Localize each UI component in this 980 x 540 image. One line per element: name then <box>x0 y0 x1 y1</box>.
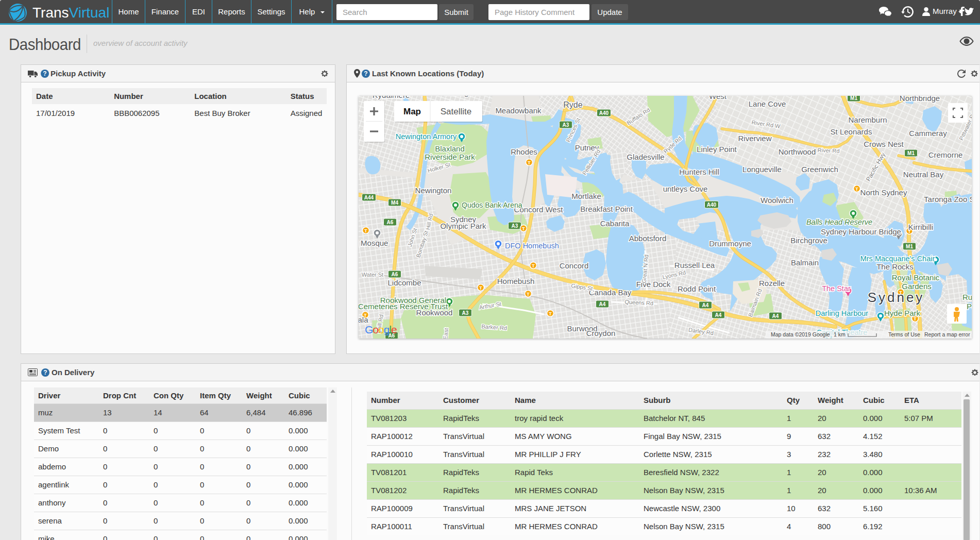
svg-text:Hyde Park: Hyde Park <box>884 309 921 317</box>
svg-text:Breakfast Point: Breakfast Point <box>580 205 633 213</box>
svg-text:Water St: Water St <box>362 272 383 278</box>
svg-text:T: T <box>528 160 531 165</box>
svg-text:The Rocks: The Rocks <box>876 262 914 271</box>
svg-text:Northwood: Northwood <box>779 147 816 156</box>
svg-text:Olympic Park: Olympic Park <box>440 222 486 230</box>
svg-text:M4: M4 <box>391 200 398 206</box>
svg-text:Rhodes: Rhodes <box>511 147 537 156</box>
svg-text:A3: A3 <box>462 310 469 316</box>
svg-text:Longueville: Longueville <box>742 165 782 174</box>
svg-text:Linley Point: Linley Point <box>697 145 737 154</box>
svg-text:Ryde: Ryde <box>563 100 582 109</box>
svg-text:Darling Harbour: Darling Harbour <box>816 309 869 317</box>
svg-text:Sydney Harbour Bridge: Sydney Harbour Bridge <box>821 227 901 236</box>
svg-text:1 km: 1 km <box>834 331 846 338</box>
svg-text:Kirribilli: Kirribilli <box>908 223 933 231</box>
svg-text:Pa: Pa <box>967 302 972 311</box>
svg-text:Croydon: Croydon <box>586 329 616 338</box>
svg-text:A44: A44 <box>364 195 374 200</box>
svg-text:Crows Nest: Crows Nest <box>864 140 904 148</box>
svg-text:T: T <box>479 285 482 291</box>
svg-text:Blaxland: Blaxland <box>435 144 465 153</box>
svg-text:T: T <box>364 228 367 233</box>
svg-text:St Leonards: St Leonards <box>831 127 872 136</box>
svg-text:A6: A6 <box>392 272 398 277</box>
svg-text:Rydalmere: Rydalmere <box>373 96 410 99</box>
svg-text:Gladesville: Gladesville <box>627 153 664 161</box>
svg-text:Abbotsford: Abbotsford <box>629 234 667 243</box>
svg-text:A6: A6 <box>387 220 394 225</box>
svg-text:T: T <box>522 226 525 231</box>
svg-text:Balls Head Reserve: Balls Head Reserve <box>806 218 872 226</box>
svg-text:Newington: Newington <box>415 186 452 195</box>
svg-text:Rodd Point: Rodd Point <box>678 284 716 293</box>
svg-text:Cabarita: Cabarita <box>600 219 630 228</box>
svg-text:Hunters Hill: Hunters Hill <box>679 167 719 176</box>
svg-text:Taronga Zoo Sy: Taronga Zoo Sy <box>924 195 972 204</box>
svg-text:Drummoyne: Drummoyne <box>709 239 751 248</box>
svg-text:Russell Lea: Russell Lea <box>674 261 715 269</box>
svg-text:Qudos Bank Arena: Qudos Bank Arena <box>462 201 522 209</box>
svg-text:T: T <box>532 263 535 268</box>
svg-text:i Mosque: i Mosque <box>359 239 388 247</box>
svg-text:A4: A4 <box>702 302 709 308</box>
svg-text:Concord: Concord <box>560 261 589 270</box>
svg-text:Naremburn: Naremburn <box>848 115 887 124</box>
svg-text:Birchgrove: Birchgrove <box>790 236 827 245</box>
svg-text:Woolwich: Woolwich <box>761 196 793 205</box>
svg-text:T: T <box>855 186 858 192</box>
svg-text:Riverview: Riverview <box>738 134 771 143</box>
svg-text:Riverside Park: Riverside Park <box>425 153 475 161</box>
svg-text:Lidcombe: Lidcombe <box>387 278 421 287</box>
svg-text:T: T <box>549 311 552 316</box>
svg-text:Greenwich: Greenwich <box>801 165 838 174</box>
svg-text:Balmain: Balmain <box>791 258 819 267</box>
svg-text:Cammeray: Cammeray <box>909 129 947 138</box>
svg-text:Cemeteries Reserve Trust: Cemeteries Reserve Trust <box>359 302 448 311</box>
svg-text:Map: Map <box>403 107 421 116</box>
svg-text:Google: Google <box>365 324 397 335</box>
svg-text:North Sydney: North Sydney <box>860 188 907 197</box>
svg-text:East: East <box>442 328 449 339</box>
svg-text:A4: A4 <box>772 313 779 319</box>
svg-text:A3: A3 <box>512 223 518 229</box>
svg-text:A3: A3 <box>563 122 569 128</box>
svg-text:Rozelle: Rozelle <box>759 279 785 288</box>
svg-text:Satellite: Satellite <box>441 107 471 116</box>
svg-text:Royal Botanic: Royal Botanic <box>892 273 940 282</box>
svg-text:Ermington: Ermington <box>444 96 479 97</box>
svg-text:Report a map error: Report a map error <box>924 331 970 338</box>
svg-text:Neutral Bay: Neutral Bay <box>903 170 944 179</box>
svg-text:A40: A40 <box>599 110 609 116</box>
svg-text:Mrs Macquarie's Chair: Mrs Macquarie's Chair <box>860 255 935 263</box>
svg-text:Terms of Use: Terms of Use <box>888 331 920 338</box>
svg-text:rala: rala <box>359 315 368 324</box>
svg-text:Map data ©2019 Google: Map data ©2019 Google <box>771 331 830 338</box>
svg-text:Canada Bay: Canada Bay <box>589 288 632 297</box>
svg-text:M1: M1 <box>906 244 913 249</box>
svg-text:Northbridge: Northbridge <box>900 96 940 103</box>
svg-text:River Rd: River Rd <box>818 147 840 154</box>
svg-text:Homebush: Homebush <box>497 277 535 285</box>
svg-text:Sydney: Sydney <box>868 290 925 305</box>
svg-text:Meadowbank: Meadowbank <box>495 106 542 115</box>
svg-text:Newington Armory: Newington Armory <box>396 132 457 141</box>
svg-text:West: West <box>709 96 727 100</box>
svg-text:Mortlake: Mortlake <box>571 192 601 200</box>
svg-text:DFO Homebush: DFO Homebush <box>505 242 559 250</box>
svg-text:Rushcutt: Rushcutt <box>962 293 972 301</box>
svg-text:A4: A4 <box>715 312 722 318</box>
svg-text:A4: A4 <box>599 301 606 307</box>
svg-text:untleys Cove: untleys Cove <box>663 184 708 193</box>
svg-text:M1: M1 <box>850 96 857 101</box>
svg-text:M1: M1 <box>907 150 915 156</box>
svg-text:The Star: The Star <box>822 284 851 293</box>
svg-text:T: T <box>527 291 530 297</box>
svg-text:A40: A40 <box>707 202 717 208</box>
svg-text:Cremorne: Cremorne <box>928 150 963 159</box>
svg-text:Lane Cove: Lane Cove <box>749 99 786 108</box>
